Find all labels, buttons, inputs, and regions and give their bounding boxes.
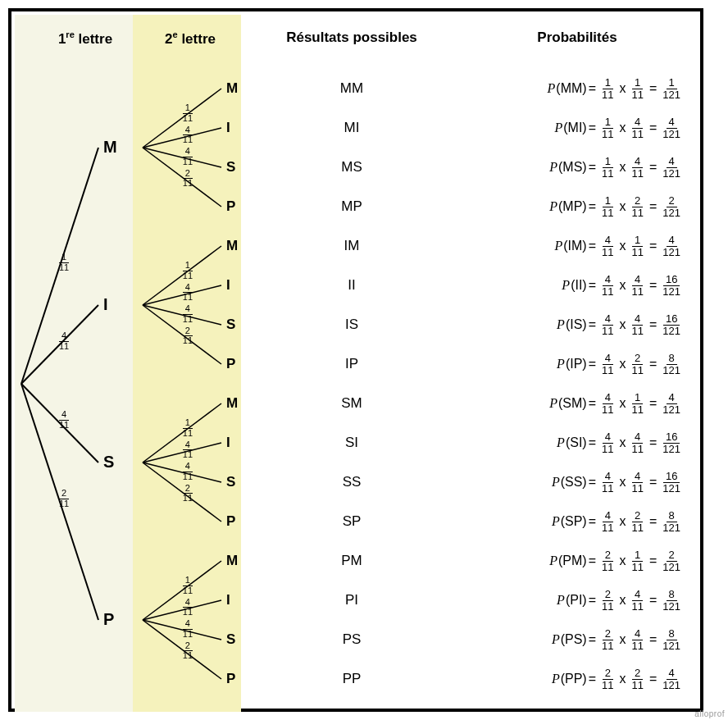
result-PM: PM <box>315 553 389 569</box>
outcome-row-MS: MSP(MS) = 111 x 411 = 4121 <box>11 148 700 187</box>
fraction: 16121 <box>660 313 683 336</box>
outcome-row-IP: IPP(IP) = 411 x 211 = 8121 <box>11 344 700 384</box>
result-PP: PP <box>315 671 389 687</box>
result-PS: PS <box>315 631 389 648</box>
fraction: 411 <box>599 235 616 257</box>
result-IP: IP <box>315 356 389 372</box>
fraction: 411 <box>629 628 645 651</box>
fraction: 8121 <box>660 510 683 533</box>
diagram-border: 1re lettre 2e lettre Résultats possibles… <box>8 8 703 712</box>
result-MS: MS <box>315 159 389 175</box>
outcome-row-IS: ISP(IS) = 411 x 411 = 16121 <box>11 305 700 344</box>
fraction: 8121 <box>660 353 683 376</box>
fraction: 4121 <box>660 392 683 415</box>
fraction: 411 <box>599 274 616 297</box>
probability-PS: P(PS) = 211 x 411 = 8121 <box>552 628 685 651</box>
fraction: 111 <box>599 156 616 179</box>
fraction: 4121 <box>660 156 683 179</box>
fraction: 411 <box>629 471 645 494</box>
outcome-row-MM: MMP(MM) = 111 x 111 = 1121 <box>11 69 700 108</box>
outcome-row-PI: PIP(PI) = 211 x 411 = 8121 <box>11 581 700 620</box>
result-MM: MM <box>315 80 389 97</box>
fraction: 411 <box>599 471 616 494</box>
fraction: 111 <box>629 235 645 257</box>
probability-IM: P(IM) = 411 x 111 = 4121 <box>554 235 685 257</box>
fraction: 411 <box>629 431 645 454</box>
outcome-row-PS: PSP(PS) = 211 x 411 = 8121 <box>11 620 700 659</box>
probability-MI: P(MI) = 111 x 411 = 4121 <box>554 116 685 139</box>
fraction: 411 <box>629 589 645 612</box>
result-SI: SI <box>315 435 389 451</box>
fraction: 211 <box>629 668 645 690</box>
outcome-row-II: IIP(II) = 411 x 411 = 16121 <box>11 266 700 305</box>
fraction: 4121 <box>660 668 683 690</box>
outcome-row-SS: SSP(SS) = 411 x 411 = 16121 <box>11 463 700 502</box>
header-col4: Probabilités <box>471 30 684 46</box>
fraction: 411 <box>629 116 645 139</box>
fraction: 111 <box>599 195 616 218</box>
fraction: 16121 <box>660 431 683 454</box>
fraction: 411 <box>599 353 616 376</box>
result-SS: SS <box>315 474 389 490</box>
outcome-row-MP: MPP(MP) = 111 x 211 = 2121 <box>11 187 700 226</box>
fraction: 8121 <box>660 589 683 612</box>
fraction: 411 <box>599 392 616 415</box>
fraction: 211 <box>599 628 616 651</box>
fraction: 411 <box>599 313 616 336</box>
result-II: II <box>315 277 389 294</box>
fraction: 111 <box>629 392 645 415</box>
fraction: 111 <box>629 77 645 100</box>
probability-MS: P(MS) = 111 x 411 = 4121 <box>549 156 685 179</box>
fraction: 111 <box>629 549 645 572</box>
fraction: 111 <box>599 116 616 139</box>
fraction: 2121 <box>660 549 683 572</box>
probability-II: P(II) = 411 x 411 = 16121 <box>562 274 685 297</box>
outcome-row-SI: SIP(SI) = 411 x 411 = 16121 <box>11 423 700 463</box>
result-MI: MI <box>315 120 389 136</box>
fraction: 411 <box>629 274 645 297</box>
result-IM: IM <box>315 238 389 254</box>
outcome-row-PM: PMP(PM) = 211 x 111 = 2121 <box>11 541 700 581</box>
result-PI: PI <box>315 592 389 608</box>
result-SM: SM <box>315 395 389 412</box>
result-MP: MP <box>315 198 389 215</box>
probability-PP: P(PP) = 211 x 211 = 4121 <box>552 668 685 690</box>
fraction: 111 <box>599 77 616 100</box>
outcome-row-PP: PPP(PP) = 211 x 211 = 4121 <box>11 659 700 699</box>
probability-SS: P(SS) = 411 x 411 = 16121 <box>552 471 685 494</box>
outcome-row-MI: MIP(MI) = 111 x 411 = 4121 <box>11 108 700 148</box>
result-IS: IS <box>315 317 389 333</box>
fraction: 211 <box>599 668 616 690</box>
diagram-frame: 1re lettre 2e lettre Résultats possibles… <box>0 0 728 720</box>
fraction: 411 <box>629 313 645 336</box>
result-SP: SP <box>315 513 389 530</box>
fraction: 411 <box>599 431 616 454</box>
fraction: 4121 <box>660 116 683 139</box>
fraction: 211 <box>599 589 616 612</box>
fraction: 211 <box>599 549 616 572</box>
header-col3: Résultats possibles <box>274 30 430 46</box>
fraction: 211 <box>629 195 645 218</box>
fraction: 211 <box>629 510 645 533</box>
outcome-row-SM: SMP(SM) = 411 x 111 = 4121 <box>11 384 700 423</box>
fraction: 16121 <box>660 274 683 297</box>
fraction: 4121 <box>660 235 683 257</box>
probability-SP: P(SP) = 411 x 211 = 8121 <box>552 510 685 533</box>
fraction: 211 <box>629 353 645 376</box>
probability-SI: P(SI) = 411 x 411 = 16121 <box>557 431 685 454</box>
probability-PI: P(PI) = 211 x 411 = 8121 <box>557 589 685 612</box>
probability-IS: P(IS) = 411 x 411 = 16121 <box>557 313 685 336</box>
outcome-row-SP: SPP(SP) = 411 x 211 = 8121 <box>11 502 700 541</box>
probability-SM: P(SM) = 411 x 111 = 4121 <box>549 392 685 415</box>
probability-MM: P(MM) = 111 x 111 = 1121 <box>548 77 685 100</box>
fraction: 411 <box>599 510 616 533</box>
fraction: 8121 <box>660 628 683 651</box>
fraction: 2121 <box>660 195 683 218</box>
probability-MP: P(MP) = 111 x 211 = 2121 <box>549 195 685 218</box>
probability-IP: P(IP) = 411 x 211 = 8121 <box>557 353 685 376</box>
credit-text: alloprof <box>694 709 725 718</box>
fraction: 1121 <box>660 77 683 100</box>
probability-PM: P(PM) = 211 x 111 = 2121 <box>549 549 685 572</box>
outcome-row-IM: IMP(IM) = 411 x 111 = 4121 <box>11 226 700 266</box>
fraction: 16121 <box>660 471 683 494</box>
